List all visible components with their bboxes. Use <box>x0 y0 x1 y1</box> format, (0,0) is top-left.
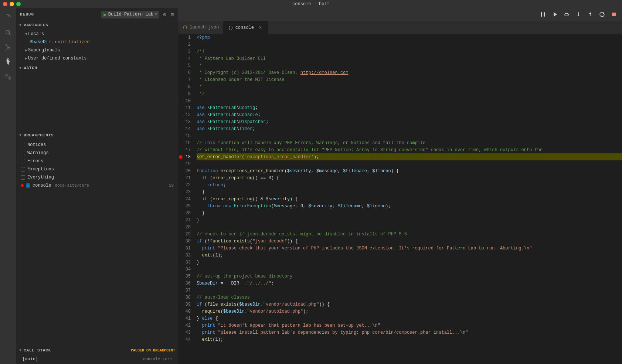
bp-everything[interactable]: Everything <box>16 173 178 181</box>
callstack-section: ▼ CALL STACK PAUSED ON BREAKPOINT {main}… <box>16 346 178 364</box>
launch-json-tab-label: launch.json <box>190 25 219 30</box>
line-number-39: 39 <box>178 301 194 308</box>
search-icon[interactable] <box>1 26 15 39</box>
code-line-28 <box>197 224 622 231</box>
restart-btn[interactable] <box>597 10 607 18</box>
close-tab-icon[interactable]: × <box>257 25 263 31</box>
callstack-chevron-icon: ▼ <box>19 348 21 353</box>
title-bar: console — bolt <box>0 0 622 8</box>
bp-warnings[interactable]: Warnings <box>16 149 178 157</box>
code-line-18: set_error_handler('exceptions_error_hand… <box>197 153 622 160</box>
split-editor-icon[interactable]: ⊟ <box>170 11 174 18</box>
superglobals-item[interactable]: ▶ Superglobals <box>16 46 178 54</box>
line-number-36: 36 <box>178 280 194 287</box>
locals-label: Locals <box>28 31 44 37</box>
line-number-7: 7 <box>178 76 194 83</box>
step-over-btn[interactable] <box>561 10 572 18</box>
svg-rect-0 <box>5 74 8 76</box>
code-line-2 <box>197 41 622 48</box>
code-line-8: * <box>197 83 622 90</box>
line-number-6: 6 <box>178 69 194 76</box>
bp-exceptions-checkbox[interactable] <box>21 167 25 171</box>
line-number-33: 33 <box>178 259 194 266</box>
extensions-icon[interactable] <box>1 70 15 84</box>
cs-main-label: {main} <box>22 357 38 362</box>
code-line-4: * Pattern Lab Builder CLI <box>197 55 622 62</box>
debug-label: DEBUG <box>20 12 34 17</box>
breakpoints-section-header[interactable]: ▼ BREAKPOINTS <box>16 131 178 139</box>
debug-config-selector[interactable]: ▶ Build Pattern Lab ▼ <box>101 11 159 18</box>
files-icon[interactable] <box>1 11 15 24</box>
code-line-41: } else { <box>197 315 622 322</box>
bp-notices-label: Notices <box>27 142 46 147</box>
close-button[interactable] <box>3 2 7 6</box>
bp-errors-checkbox[interactable] <box>21 159 25 163</box>
debug-icon[interactable] <box>1 55 15 69</box>
line-number-18: 18 <box>178 153 194 160</box>
debug-toolbar-bar <box>178 8 622 21</box>
bp-console[interactable]: console docs-site/core 18 <box>16 181 178 190</box>
code-line-26: } <box>197 210 622 217</box>
code-line-1: <?php <box>197 34 622 41</box>
settings-icon[interactable]: ⚙ <box>162 11 167 18</box>
line-number-41: 41 <box>178 315 194 322</box>
step-out-btn[interactable] <box>585 10 595 18</box>
bp-console-label: console <box>33 183 51 188</box>
cs-main-item[interactable]: {main} console 18:1 <box>16 355 178 363</box>
code-line-23: } <box>197 188 622 195</box>
tab-launch-json[interactable]: {} launch.json <box>178 21 224 34</box>
line-number-13: 13 <box>178 118 194 125</box>
code-line-36: $baseDir = __DIR__."/../../"; <box>197 280 622 287</box>
code-line-33: } <box>197 259 622 266</box>
activity-bar <box>0 8 16 364</box>
code-line-44: exit(1); <box>197 336 622 343</box>
callstack-section-header[interactable]: ▼ CALL STACK PAUSED ON BREAKPOINT <box>16 346 178 354</box>
variables-chevron-icon: ▼ <box>19 23 21 27</box>
minimize-button[interactable] <box>10 2 14 6</box>
bp-warnings-checkbox[interactable] <box>21 151 25 155</box>
bp-console-path: docs-site/core <box>55 183 89 188</box>
code-line-29: // check to see if json_decode exists. m… <box>197 231 622 238</box>
bp-notices-checkbox[interactable] <box>21 143 25 147</box>
continue-btn[interactable] <box>550 10 560 18</box>
code-line-11: use \PatternLab\Config; <box>197 104 622 111</box>
variables-content: ▼ Locals $baseDir : uninitialized ▶ Supe… <box>16 29 178 63</box>
breakpoints-chevron-icon: ▼ <box>19 133 21 137</box>
step-into-btn[interactable] <box>573 10 584 18</box>
watch-title: WATCH <box>24 66 37 70</box>
code-line-15 <box>197 132 622 139</box>
line-number-24: 24 <box>178 195 194 203</box>
variables-section-header[interactable]: ▼ VARIABLES <box>16 21 178 29</box>
bp-everything-checkbox[interactable] <box>21 175 25 180</box>
play-icon: ▶ <box>103 11 106 18</box>
locals-item[interactable]: ▼ Locals <box>16 30 178 38</box>
line-number-38: 38 <box>178 294 194 301</box>
code-editor[interactable]: 1234567891011121314151617181920212223242… <box>178 34 622 364</box>
line-number-11: 11 <box>178 104 194 111</box>
code-line-25: throw new ErrorException($message, 0, $s… <box>197 203 622 210</box>
tabs-bar: {} launch.json () console × <box>178 21 622 34</box>
callstack-title: CALL STACK <box>24 348 51 353</box>
scm-icon[interactable] <box>1 41 15 54</box>
code-content[interactable]: <?php/*! * Pattern Lab Builder CLI * * C… <box>194 34 622 364</box>
user-defined-item[interactable]: ▶ User defined constants <box>16 54 178 62</box>
maximize-button[interactable] <box>16 2 21 6</box>
stop-btn[interactable] <box>609 10 619 18</box>
bp-notices[interactable]: Notices <box>16 141 178 149</box>
bp-exceptions[interactable]: Exceptions <box>16 165 178 173</box>
pause-continue-btn[interactable] <box>538 10 548 18</box>
variables-section: ▼ VARIABLES ▼ Locals $baseDir : uninitia… <box>16 21 178 63</box>
code-line-27: } <box>197 217 622 224</box>
callstack-content: {main} console 18:1 <box>16 354 178 364</box>
line-number-23: 23 <box>178 188 194 195</box>
baseDir-item[interactable]: $baseDir : uninitialized <box>16 38 178 46</box>
code-line-35: // set-up the project base directory <box>197 273 622 280</box>
bp-warnings-label: Warnings <box>27 150 49 156</box>
tab-console[interactable]: () console × <box>224 21 268 34</box>
watch-section-header[interactable]: ▼ WATCH <box>16 64 178 72</box>
bp-errors[interactable]: Errors <box>16 157 178 165</box>
code-line-19 <box>197 160 622 167</box>
line-number-12: 12 <box>178 111 194 118</box>
bp-console-checkbox[interactable] <box>26 183 30 188</box>
line-number-29: 29 <box>178 231 194 238</box>
